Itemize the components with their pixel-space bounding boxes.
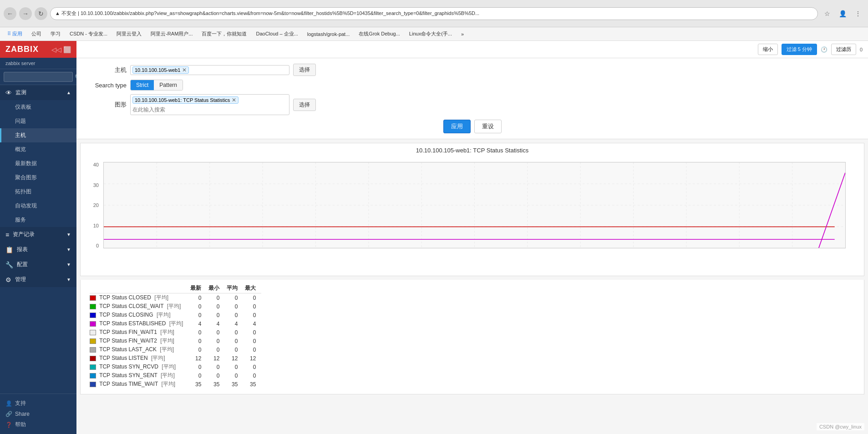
bookmark-button[interactable]: ☆ bbox=[821, 7, 833, 20]
graph-select-button[interactable]: 选择 bbox=[293, 99, 316, 111]
apply-button[interactable]: 应用 bbox=[443, 120, 471, 133]
sidebar-item-discovery[interactable]: 自动发现 bbox=[0, 199, 76, 213]
sidebar-user-label: zabbix server bbox=[0, 58, 76, 69]
bookmark-grok-debug[interactable]: 在线Grok Debug... bbox=[355, 30, 403, 38]
browser-bar: ← → ↻ ☆ 👤 ⋮ bbox=[0, 0, 868, 27]
reports-arrow: ▼ bbox=[66, 247, 71, 252]
clock-icon: 🕐 bbox=[821, 46, 827, 53]
host-search-input[interactable] bbox=[191, 67, 287, 73]
menu-button[interactable]: ⋮ bbox=[852, 7, 864, 20]
graph-label: 图形 bbox=[86, 101, 127, 109]
back-button[interactable]: ← bbox=[4, 7, 16, 20]
sidebar-monitoring-header[interactable]: 👁 监测 ▲ bbox=[0, 85, 76, 100]
sidebar-item-dashboard[interactable]: 仪表板 bbox=[0, 100, 76, 114]
filter-period-button[interactable]: 过滤 5 分钟 bbox=[782, 44, 817, 55]
legend-item-name: TCP Status TIME_WAIT [平均] bbox=[90, 380, 188, 389]
legend-item-name: TCP Status LISTEN [平均] bbox=[90, 354, 188, 363]
legend-min: 0 bbox=[207, 311, 225, 319]
sidebar-section-monitoring: 👁 监测 ▲ 仪表板 问题 主机 概览 最新数据 聚合图形 bbox=[0, 85, 76, 227]
bookmark-baidu[interactable]: 百度一下，你就知道 bbox=[198, 30, 250, 38]
sidebar-admin-header[interactable]: ⚙ 管理 ▼ bbox=[0, 272, 76, 287]
legend-min: 0 bbox=[207, 293, 225, 303]
legend-row: TCP Status LISTEN [平均] 12 12 12 12 bbox=[90, 354, 261, 363]
collapse-icon[interactable]: ◁◁ bbox=[51, 46, 61, 53]
sidebar-inventory-header[interactable]: ≡ 资产记录 ▼ bbox=[0, 227, 76, 242]
bookmark-apps[interactable]: ⠿ 应用 bbox=[4, 30, 26, 38]
legend-item-name: TCP Status CLOSED [平均] bbox=[90, 293, 188, 303]
bookmark-more[interactable]: » bbox=[457, 30, 467, 38]
sidebar-help[interactable]: ❓ 帮助 bbox=[5, 419, 71, 430]
legend-color-swatch bbox=[90, 382, 96, 387]
legend-avg: 0 bbox=[225, 337, 243, 345]
reset-button[interactable]: 重设 bbox=[474, 120, 502, 133]
bookmark-study[interactable]: 学习 bbox=[47, 30, 64, 38]
bookmark-company[interactable]: 公司 bbox=[28, 30, 45, 38]
admin-label: 管理 bbox=[15, 276, 26, 283]
bookmark-aliyun[interactable]: 阿里云登入 bbox=[113, 30, 145, 38]
address-bar[interactable] bbox=[50, 7, 818, 20]
logo-text: ZABBIX bbox=[5, 45, 39, 54]
bookmarks-bar: ⠿ 应用 公司 学习 CSDN - 专业发... 阿里云登入 阿里云-RAM用户… bbox=[0, 27, 868, 41]
legend-unit: [平均] bbox=[169, 320, 183, 327]
sidebar-item-maps[interactable]: 拓扑图 bbox=[0, 185, 76, 199]
sidebar-section-reports: 📋 报表 ▼ bbox=[0, 242, 76, 257]
bookmark-csdn[interactable]: CSDN - 专业发... bbox=[66, 30, 111, 38]
bookmark-aliyun-ram[interactable]: 阿里云-RAM用户... bbox=[147, 30, 196, 38]
graph-tag-close[interactable]: ✕ bbox=[232, 97, 236, 103]
content-area: 缩小 过滤 5 分钟 🕐 过滤历 0 主机 10.10.100.105-web1… bbox=[76, 41, 868, 434]
y-label-20: 20 bbox=[93, 202, 99, 208]
legend-avg: 0 bbox=[225, 371, 243, 380]
forward-button[interactable]: → bbox=[19, 7, 32, 20]
legend-max: 0 bbox=[243, 293, 261, 303]
legend-row: TCP Status CLOSE_WAIT [平均] 0 0 0 0 bbox=[90, 302, 261, 311]
legend-max: 12 bbox=[243, 354, 261, 363]
graph-tag: 10.10.100.105-web1: TCP Status Statistic… bbox=[132, 96, 239, 104]
legend-row: TCP Status ESTABLISHED [平均] 4 4 4 4 bbox=[90, 319, 261, 328]
refresh-button[interactable]: ↻ bbox=[35, 7, 47, 20]
sidebar-item-problems[interactable]: 问题 bbox=[0, 114, 76, 128]
svg-line-20 bbox=[819, 173, 845, 248]
host-select-button[interactable]: 选择 bbox=[293, 64, 316, 76]
chart-canvas bbox=[103, 162, 846, 248]
bookmark-linux[interactable]: Linux命令大全(手... bbox=[406, 30, 456, 38]
bookmark-daocloud[interactable]: DaoCloud – 企业... bbox=[252, 30, 301, 38]
top-action-bar: 缩小 过滤 5 分钟 🕐 过滤历 0 bbox=[76, 41, 868, 58]
sidebar-item-services[interactable]: 服务 bbox=[0, 213, 76, 227]
sidebar-search-input[interactable] bbox=[4, 72, 73, 82]
legend-row: TCP Status SYN_RCVD [平均] 0 0 0 0 bbox=[90, 363, 261, 371]
sidebar-support[interactable]: 👤 支持 bbox=[5, 398, 71, 409]
zoom-out-button[interactable]: 缩小 bbox=[758, 44, 778, 55]
sidebar-item-aggregate[interactable]: 聚合图形 bbox=[0, 171, 76, 185]
legend-latest: 35 bbox=[188, 380, 207, 389]
graph-search-input[interactable] bbox=[132, 106, 287, 113]
legend-header-min: 最小 bbox=[207, 283, 225, 293]
host-tag-close[interactable]: ✕ bbox=[182, 67, 187, 73]
search-type-strict-button[interactable]: Strict bbox=[131, 80, 154, 90]
bookmark-logstash[interactable]: logstash/grok-pat... bbox=[304, 30, 354, 38]
sidebar-config-header[interactable]: 🔧 配置 ▼ bbox=[0, 257, 76, 272]
sidebar-item-hosts[interactable]: 主机 bbox=[0, 128, 76, 142]
sidebar-reports-header[interactable]: 📋 报表 ▼ bbox=[0, 242, 76, 257]
legend-label-text: TCP Status TIME_WAIT bbox=[99, 381, 158, 387]
legend-row: TCP Status CLOSING [平均] 0 0 0 0 bbox=[90, 311, 261, 319]
history-button[interactable]: 过滤历 bbox=[831, 44, 856, 55]
profile-button[interactable]: 👤 bbox=[836, 7, 849, 20]
search-type-pattern-button[interactable]: Pattern bbox=[154, 80, 183, 90]
inventory-arrow: ▼ bbox=[66, 232, 71, 237]
legend-max: 4 bbox=[243, 319, 261, 328]
search-type-group: Strict Pattern bbox=[130, 80, 183, 91]
sidebar-share[interactable]: 🔗 Share bbox=[5, 409, 71, 419]
legend-row: TCP Status FIN_WAIT2 [平均] 0 0 0 0 bbox=[90, 337, 261, 345]
expand-icon[interactable]: ⬜ bbox=[63, 46, 71, 53]
legend-latest: 0 bbox=[188, 337, 207, 345]
legend-color-swatch bbox=[90, 373, 96, 378]
search-type-label: Search type bbox=[86, 82, 127, 89]
legend-latest: 0 bbox=[188, 363, 207, 371]
monitoring-icon: 👁 bbox=[5, 89, 12, 96]
sidebar-item-latest[interactable]: 最新数据 bbox=[0, 156, 76, 171]
sidebar-search-button[interactable]: 🔍 bbox=[73, 73, 76, 81]
sidebar-item-overview[interactable]: 概览 bbox=[0, 142, 76, 156]
legend-label-text: TCP Status SYN_RCVD bbox=[99, 363, 158, 370]
legend-unit: [平均] bbox=[162, 363, 176, 370]
sidebar-footer: 👤 支持 🔗 Share ❓ 帮助 bbox=[0, 394, 76, 434]
